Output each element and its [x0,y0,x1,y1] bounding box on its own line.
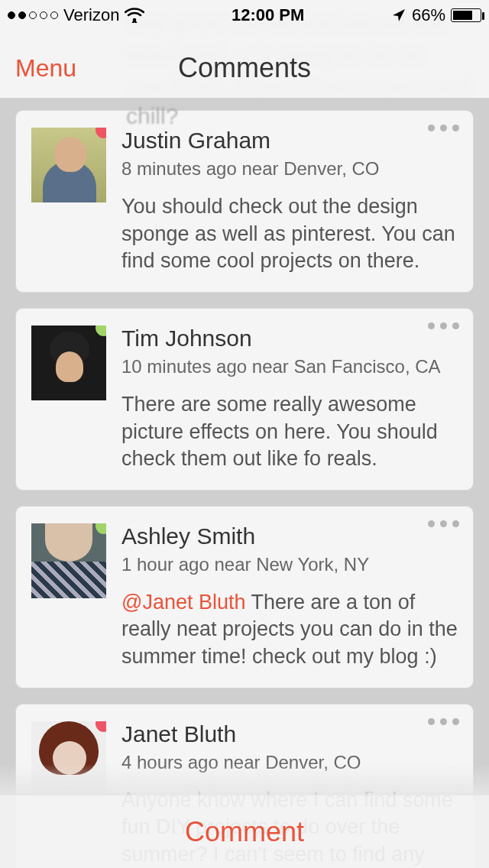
comment-card: Justin Graham 8 minutes ago near Denver,… [15,110,474,293]
comment-card: Ashley Smith 1 hour ago near New York, N… [15,506,474,688]
status-bar: Verizon 12:00 PM 66% [0,0,489,31]
presence-dot-icon [96,721,106,732]
battery-icon [451,8,481,22]
presence-dot-icon [96,523,106,534]
signal-dots-icon [8,11,58,19]
comment-meta: 1 hour ago near New York, NY [121,554,458,575]
comment-card: Tim Johnson 10 minutes ago near San Fanc… [15,308,474,491]
clock-label: 12:00 PM [232,5,304,25]
bottom-bar: Comment [0,795,489,868]
avatar[interactable] [31,523,106,598]
carrier-label: Verizon [63,5,119,25]
menu-button[interactable]: Menu [15,54,76,83]
comment-meta: 8 minutes ago near Denver, CO [121,158,458,180]
comment-text: There are some really awesome picture ef… [121,391,458,473]
presence-dot-icon [96,326,106,336]
comment-author[interactable]: Tim Johnson [121,326,458,351]
mention-link[interactable]: @Janet Bluth [121,591,246,614]
comment-button[interactable]: Comment [185,816,304,848]
battery-percent-label: 66% [412,5,445,25]
comment-text: @Janet Bluth There are a ton of really n… [121,589,458,671]
avatar[interactable] [31,326,106,400]
comment-options-button[interactable] [428,718,459,725]
comment-text: You should check out the design sponge a… [121,193,458,275]
location-arrow-icon [391,8,406,23]
comment-author[interactable]: Justin Graham [121,128,458,154]
page-title: Comments [178,52,311,84]
comment-meta: 10 minutes ago near San Fancisco, CA [121,356,458,377]
svg-point-0 [133,18,137,22]
comment-options-button[interactable] [428,520,459,527]
avatar[interactable] [31,128,106,202]
wifi-icon [125,8,144,23]
comment-options-button[interactable] [428,322,459,329]
bottom-fade [0,764,489,795]
comment-author[interactable]: Janet Bluth [121,721,458,747]
comments-feed[interactable]: Justin Graham 8 minutes ago near Denver,… [0,98,489,868]
comment-author[interactable]: Ashley Smith [121,523,458,549]
